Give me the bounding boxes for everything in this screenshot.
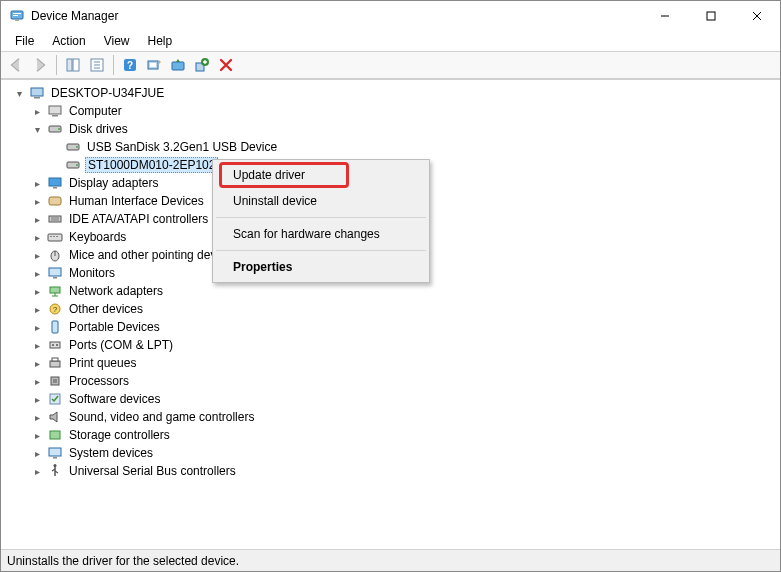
chevron-right-icon[interactable]: ▸ <box>31 340 43 351</box>
titlebar: Device Manager <box>1 1 780 31</box>
svg-rect-31 <box>49 178 61 186</box>
disk-icon <box>65 139 81 155</box>
tree-node-print-queues[interactable]: ▸Print queues <box>29 354 780 372</box>
tree-root-label: DESKTOP-U34FJUE <box>49 86 166 100</box>
chevron-right-icon[interactable]: ▸ <box>31 178 43 189</box>
help-button[interactable]: ? <box>119 54 141 76</box>
tree-node-ports[interactable]: ▸Ports (COM & LPT) <box>29 336 780 354</box>
maximize-button[interactable] <box>688 1 734 31</box>
svg-rect-22 <box>34 97 40 99</box>
tree-node-software[interactable]: ▸Software devices <box>29 390 780 408</box>
back-button[interactable] <box>5 54 27 76</box>
chevron-right-icon[interactable]: ▸ <box>31 286 43 297</box>
svg-rect-45 <box>50 287 60 293</box>
svg-point-26 <box>58 128 60 130</box>
chevron-right-icon[interactable]: ▸ <box>31 412 43 423</box>
chevron-right-icon[interactable]: ▸ <box>31 250 43 261</box>
monitor-icon <box>47 265 63 281</box>
software-icon <box>47 391 63 407</box>
svg-point-52 <box>52 344 54 346</box>
uninstall-button[interactable] <box>191 54 213 76</box>
svg-rect-54 <box>50 361 60 367</box>
close-button[interactable] <box>734 1 780 31</box>
mouse-icon <box>47 247 63 263</box>
tree-node-disk-drives[interactable]: ▾Disk drives <box>29 120 780 138</box>
ctx-update-driver[interactable]: Update driver <box>215 162 427 188</box>
toolbar-separator <box>56 55 57 75</box>
chevron-right-icon[interactable]: ▸ <box>31 196 43 207</box>
show-hide-tree-button[interactable] <box>62 54 84 76</box>
tree-node-computer[interactable]: ▸Computer <box>29 102 780 120</box>
svg-rect-21 <box>31 88 43 96</box>
tree-node-other[interactable]: ▸?Other devices <box>29 300 780 318</box>
usb-icon <box>47 463 63 479</box>
context-menu-separator <box>216 250 426 251</box>
ctx-uninstall-device[interactable]: Uninstall device <box>215 188 427 214</box>
svg-rect-37 <box>48 234 62 241</box>
svg-rect-38 <box>50 236 52 237</box>
tree-node-sound[interactable]: ▸Sound, video and game controllers <box>29 408 780 426</box>
display-icon <box>47 175 63 191</box>
disk-icon <box>65 157 81 173</box>
toolbar: ? <box>1 51 780 79</box>
chevron-right-icon[interactable]: ▸ <box>31 430 43 441</box>
context-menu: Update driver Uninstall device Scan for … <box>212 159 430 283</box>
svg-rect-3 <box>15 19 19 21</box>
keyboard-icon <box>47 229 63 245</box>
window-title: Device Manager <box>31 9 642 23</box>
tree-node-storage[interactable]: ▸Storage controllers <box>29 426 780 444</box>
app-icon <box>9 8 25 24</box>
svg-point-62 <box>54 464 57 467</box>
minimize-button[interactable] <box>642 1 688 31</box>
chevron-right-icon[interactable]: ▸ <box>31 214 43 225</box>
svg-rect-43 <box>49 268 61 276</box>
printer-icon <box>47 355 63 371</box>
scan-hardware-button[interactable] <box>143 54 165 76</box>
chevron-right-icon[interactable]: ▸ <box>31 394 43 405</box>
svg-rect-34 <box>49 216 61 222</box>
tree-node-network[interactable]: ▸Network adapters <box>29 282 780 300</box>
chevron-right-icon[interactable]: ▸ <box>31 448 43 459</box>
computer-icon <box>29 85 45 101</box>
chevron-down-icon[interactable]: ▾ <box>13 88 25 99</box>
chevron-down-icon[interactable]: ▾ <box>31 124 43 135</box>
ctx-scan-hardware[interactable]: Scan for hardware changes <box>215 221 427 247</box>
chevron-right-icon[interactable]: ▸ <box>31 466 43 477</box>
portable-icon <box>47 319 63 335</box>
chevron-right-icon[interactable]: ▸ <box>31 376 43 387</box>
statusbar: Uninstalls the driver for the selected d… <box>1 549 780 571</box>
tree-node-system[interactable]: ▸System devices <box>29 444 780 462</box>
update-driver-button[interactable] <box>167 54 189 76</box>
tree-root[interactable]: ▾ DESKTOP-U34FJUE <box>11 84 780 102</box>
computer-icon <box>47 103 63 119</box>
menu-help[interactable]: Help <box>140 33 181 49</box>
hid-icon <box>47 193 63 209</box>
ctx-properties[interactable]: Properties <box>215 254 427 280</box>
tree-node-processors[interactable]: ▸Processors <box>29 372 780 390</box>
menu-file[interactable]: File <box>7 33 42 49</box>
svg-rect-44 <box>53 277 57 279</box>
network-icon <box>47 283 63 299</box>
svg-rect-50 <box>52 321 58 333</box>
svg-rect-23 <box>49 106 61 114</box>
forward-button[interactable] <box>29 54 51 76</box>
menu-view[interactable]: View <box>96 33 138 49</box>
tree-node-usb[interactable]: ▸Universal Serial Bus controllers <box>29 462 780 480</box>
chevron-right-icon[interactable]: ▸ <box>31 232 43 243</box>
chevron-right-icon[interactable]: ▸ <box>31 358 43 369</box>
svg-rect-5 <box>707 12 715 20</box>
menubar: File Action View Help <box>1 31 780 51</box>
delete-button[interactable] <box>215 54 237 76</box>
properties-button[interactable] <box>86 54 108 76</box>
tree-node-portable[interactable]: ▸Portable Devices <box>29 318 780 336</box>
chevron-right-icon[interactable]: ▸ <box>31 322 43 333</box>
chevron-right-icon[interactable]: ▸ <box>31 304 43 315</box>
sound-icon <box>47 409 63 425</box>
device-tree-panel[interactable]: ▾ DESKTOP-U34FJUE ▸Computer ▾Disk drives… <box>1 79 780 549</box>
chevron-right-icon[interactable]: ▸ <box>31 268 43 279</box>
tree-node-disk1[interactable]: ▸USB SanDisk 3.2Gen1 USB Device <box>47 138 780 156</box>
svg-rect-57 <box>53 379 57 383</box>
menu-action[interactable]: Action <box>44 33 93 49</box>
chevron-right-icon[interactable]: ▸ <box>31 106 43 117</box>
svg-rect-2 <box>13 15 18 16</box>
